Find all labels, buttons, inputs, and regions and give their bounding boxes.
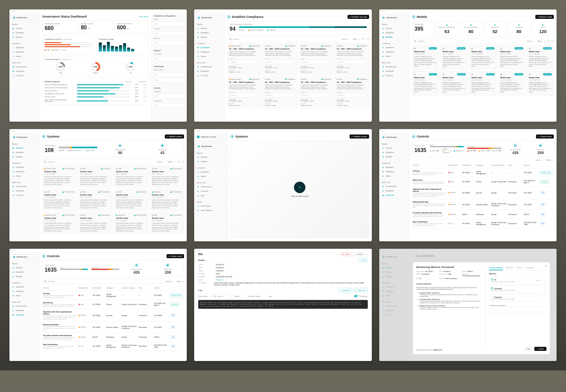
sidebar-item-validation[interactable]: ◎Validation: [11, 50, 37, 54]
sidebar-item-system[interactable]: ◈System: [11, 146, 37, 150]
tab-add-metric[interactable]: Add metric: [506, 266, 514, 270]
chevron-up-icon[interactable]: ⌃: [405, 162, 407, 164]
chevron-up-icon[interactable]: ⌃: [35, 162, 37, 164]
sidebar-item-controls[interactable]: ≡Controls: [11, 73, 37, 78]
sidebar-item-validation[interactable]: ◈Validation: [196, 50, 222, 54]
sidebar-item-models[interactable]: ≋Models: [11, 35, 37, 39]
search-input[interactable]: 🔍Search…: [412, 38, 525, 43]
control-row[interactable]: Alignment with other organizational poli…: [412, 186, 554, 199]
chevron-up-icon[interactable]: ⌃: [35, 23, 37, 25]
sidebar-item-controls[interactable]: ◈Controls: [381, 193, 407, 197]
sidebar-item-establish[interactable]: ◈Establish: [11, 30, 37, 35]
model-card[interactable]: ▣Binary clfModel namev.1.0 · John DoeArt…: [469, 71, 496, 95]
system-card[interactable]: Ready for app.Pre-productionSystem namev…: [42, 166, 76, 187]
control-row[interactable]: Data PrivacyEstablish data privacy and p…: [412, 177, 554, 186]
sidebar-item-establish3[interactable]: ◈Establish: [11, 308, 37, 312]
sidebar-item[interactable]: ◈User Manual: [196, 208, 226, 212]
grid-view-toggle[interactable]: [362, 38, 365, 40]
compliance-card[interactable]: DraftEstablishedS1 - 1301 - 2025 Complia…: [263, 43, 297, 75]
model-card[interactable]: ▣Binary CFModel namev.1.0 · John DoeArti…: [527, 71, 554, 95]
status-pill[interactable]: Ready for app.: [170, 294, 184, 297]
sidebar-item-establish3[interactable]: ◈Establish: [381, 188, 407, 193]
register-system-button[interactable]: Register system: [165, 134, 184, 139]
model-card[interactable]: ▣Binary clfModel namev.1.0 · John DoeArt…: [469, 45, 496, 69]
search-input[interactable]: 🔍Search…: [42, 159, 155, 164]
sidebar-item-attest[interactable]: ◈Attest: [196, 54, 222, 58]
model-card[interactable]: ▣Binary CFModel namev.1.0 · John DoeArti…: [441, 71, 468, 95]
sidebar-item-frameworks[interactable]: ◈Frameworks: [11, 304, 37, 308]
metric-card[interactable]: F1Floor: 0.0 · Ceiling: 1 · Value: 0.963…: [489, 277, 546, 284]
sidebar-item-system[interactable]: ◈System: [196, 26, 222, 30]
system-card[interactable]: DraftProductionSystem namev.1.0 · John D…: [78, 166, 112, 187]
sidebar-item-models[interactable]: ◈Models: [381, 35, 407, 39]
status-pill[interactable]: Draft: [539, 203, 546, 206]
status-pill[interactable]: Draft: [170, 325, 177, 329]
register-system-button[interactable]: Register system: [350, 134, 369, 139]
control-row[interactable]: AI system operation and monitoringImplem…: [412, 210, 554, 219]
system-card[interactable]: DraftPre-productionSystem namev.1.0 · Jo…: [78, 189, 112, 211]
sidebar-item[interactable]: ◈System: [196, 155, 226, 159]
sidebar-item-establish3[interactable]: ◈Establish: [196, 69, 222, 73]
timestamp-toggle[interactable]: [354, 295, 358, 297]
sidebar-item[interactable]: ◈Frameworks: [196, 184, 226, 189]
system-card[interactable]: DraftPre-productionSystem namev.1.0 · Jo…: [150, 212, 184, 234]
register-model-button[interactable]: Register model: [535, 15, 554, 19]
checkbox[interactable]: [491, 287, 493, 289]
sidebar-item-validation[interactable]: ◈Validation: [11, 289, 37, 293]
system-card[interactable]: DraftPre-productionSystem namev.1.0 · Jo…: [150, 166, 184, 187]
sidebar-item[interactable]: ◈Attest: [196, 174, 226, 178]
control-row[interactable]: AI system operation and monitoringImplem…: [42, 333, 184, 342]
attest-button[interactable]: Attest: [534, 347, 546, 351]
control-row[interactable]: AI PolicyThe organization shall document…: [412, 168, 554, 177]
sidebar-item-attest[interactable]: ◈Attest: [11, 293, 37, 298]
sidebar-item-models[interactable]: ◈Models: [196, 35, 222, 39]
sidebar-item-models[interactable]: ◈Models: [381, 154, 407, 159]
search-input[interactable]: 🔍Search: [211, 294, 232, 299]
copy-code-button[interactable]: ⧉Copy code: [353, 288, 368, 292]
status-pill[interactable]: Approved: [170, 303, 180, 306]
checkbox[interactable]: [491, 278, 493, 280]
compliance-card[interactable]: DraftEstablishedS1 - 1301 - 2025 Complia…: [335, 43, 369, 75]
tab-audit-log[interactable]: Audit log: [516, 266, 523, 270]
sidebar-item-frameworks[interactable]: ◈Frameworks: [381, 64, 407, 69]
sidebar-item-frameworks[interactable]: ▤Frameworks: [11, 64, 37, 69]
sidebar-dashboard[interactable]: ▦Dashboard: [196, 15, 222, 20]
search-input[interactable]: 🔍Search…: [227, 36, 340, 41]
system-card[interactable]: DraftPre-productionSystem namev.1.0 · Jo…: [114, 166, 148, 187]
sidebar-item-establish[interactable]: ◈Establish: [11, 270, 37, 274]
more-icon[interactable]: ⋯: [543, 279, 544, 281]
sidebar-item-system[interactable]: ◈System: [381, 26, 407, 30]
name-select[interactable]: All: [154, 22, 185, 26]
export-button[interactable]: ⭳Export: [353, 252, 365, 256]
sidebar-dashboard[interactable]: ▦Dashboard: [381, 134, 407, 140]
sidebar-item[interactable]: ◈Establish: [196, 170, 226, 174]
list-view-toggle[interactable]: [367, 38, 369, 40]
status-pill[interactable]: Draft: [539, 222, 546, 225]
status-pill[interactable]: Ready for app.: [539, 171, 553, 175]
sidebar-item-frameworks[interactable]: ◈Frameworks: [11, 184, 37, 188]
chevron-up-icon[interactable]: ⌃: [35, 301, 37, 303]
sidebar-item-establish2[interactable]: ✓Establish: [11, 45, 37, 50]
model-card[interactable]: ▣Binary clfModel namev.1.0 · John DoeArt…: [412, 71, 439, 95]
filter-options-link[interactable]: Filter options: [139, 16, 149, 18]
filter-icon[interactable]: ≡: [544, 40, 545, 42]
close-icon[interactable]: ×: [366, 253, 368, 256]
chevron-up-icon[interactable]: ⌃: [220, 42, 222, 44]
sidebar-item-establish2[interactable]: ◈Establish: [381, 45, 407, 50]
chevron-up-icon[interactable]: ⌃: [35, 263, 37, 265]
sidebar-item-models[interactable]: ◈Models: [11, 154, 37, 159]
sidebar-item-establish2[interactable]: ◈Establish: [196, 45, 222, 50]
chevron-up-icon[interactable]: ⌃: [220, 23, 222, 25]
chevron-up-icon[interactable]: ⌃: [405, 23, 407, 25]
create-control-button[interactable]: Create control: [167, 254, 184, 258]
sidebar-item-frameworks[interactable]: ◈Frameworks: [381, 184, 407, 188]
sidebar-item-controls[interactable]: ◈Controls: [381, 73, 407, 78]
edit-button[interactable]: ✎Edit: [358, 258, 368, 262]
sidebar-item-establish3[interactable]: ◈Establish: [11, 188, 37, 193]
download-button[interactable]: ⭳Download: [338, 288, 352, 292]
chevron-down-icon[interactable]: ⌄: [534, 40, 535, 42]
model-card[interactable]: ▣Binary clfModel namev.1.0 · John DoeArt…: [412, 45, 439, 69]
chevron-up-icon[interactable]: ⌃: [35, 282, 37, 284]
filter-icon[interactable]: ≡: [359, 38, 360, 40]
sidebar-dashboard[interactable]: ▦Dashboard: [381, 15, 407, 20]
